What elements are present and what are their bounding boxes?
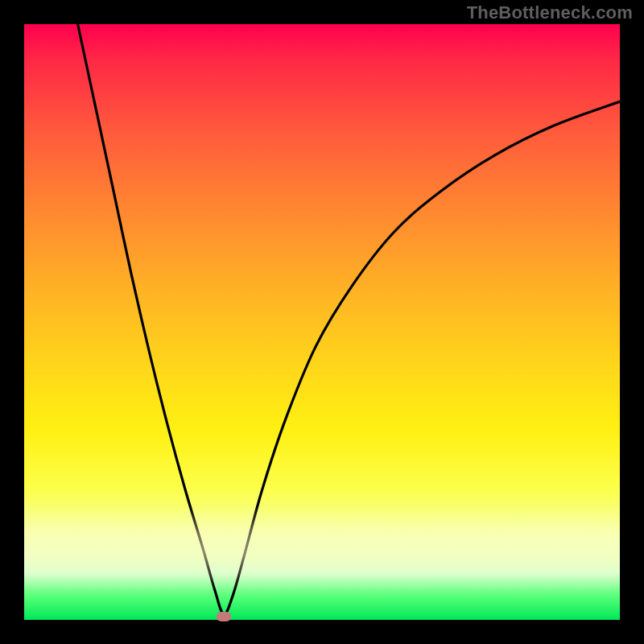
bottleneck-curve — [24, 24, 620, 620]
watermark-text: TheBottleneck.com — [467, 2, 633, 23]
plot-area — [24, 24, 620, 620]
chart-frame: TheBottleneck.com — [0, 0, 644, 644]
minimum-marker — [217, 612, 231, 621]
